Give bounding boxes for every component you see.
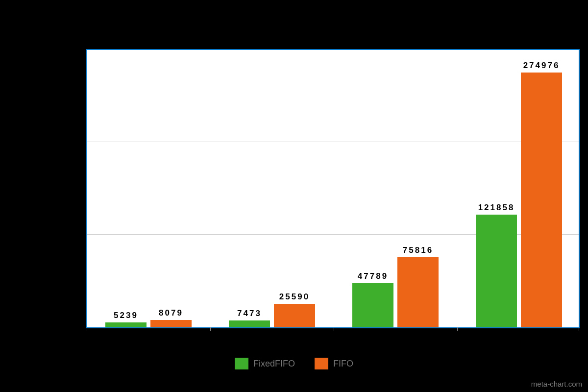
legend-swatch-icon [235,358,248,369]
bar-fixedfifo-2 [352,283,393,327]
legend-item-fifo: FIFO [315,358,353,369]
bar-label: 25590 [265,292,324,302]
bar-label: 121858 [467,203,526,213]
legend: FixedFIFO FIFO [0,358,588,369]
bar-fifo-3 [521,73,562,327]
x-tick [210,327,211,331]
bar-label: 274976 [512,61,571,71]
x-tick [457,327,458,331]
bar-label: 8079 [142,308,200,318]
bar-fixedfifo-0 [105,322,147,327]
bar-label: 7473 [220,309,279,318]
x-tick [579,327,579,331]
x-tick [334,327,334,331]
legend-swatch-icon [315,358,328,369]
bar-fifo-2 [397,257,439,327]
watermark-text: meta-chart.com [531,380,582,388]
bar-fixedfifo-3 [476,215,517,327]
bar-label: 47789 [343,271,402,281]
y-gridline [87,142,579,142]
chart-plot-area: 5239 8079 7473 25590 47789 75816 121858 … [86,49,580,328]
legend-label: FixedFIFO [253,359,295,369]
x-tick [87,327,87,331]
bar-fixedfifo-1 [229,320,270,327]
bar-fifo-1 [274,304,315,327]
bar-fifo-0 [150,320,192,327]
plot-area: 5239 8079 7473 25590 47789 75816 121858 … [87,50,579,327]
bar-label: 75816 [389,245,447,255]
legend-item-fixedfifo: FixedFIFO [235,358,295,369]
legend-label: FIFO [333,359,353,369]
